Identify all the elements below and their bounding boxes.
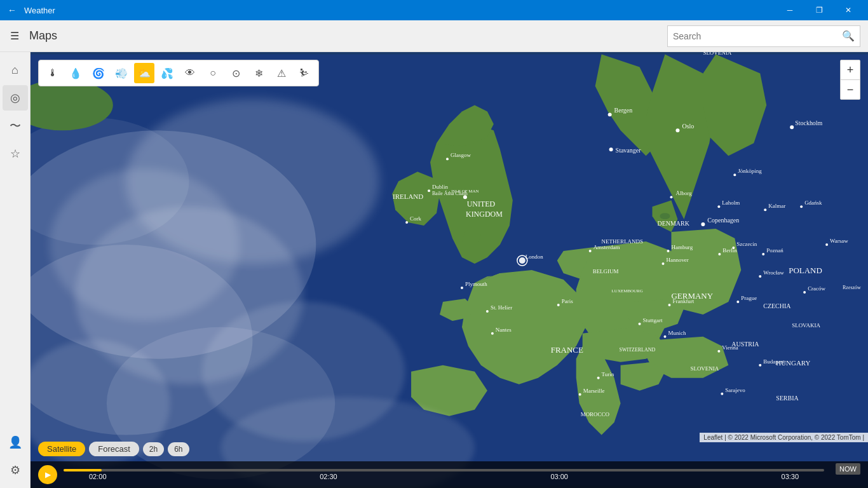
svg-point-31 (446, 158, 449, 160)
zoom-controls: + − (840, 60, 860, 100)
ski-tool[interactable]: ⛷ (294, 63, 315, 83)
map-container[interactable]: Bergen Oslo Stockholm Stavanger Jönköp (31, 52, 868, 488)
svg-text:Warsaw: Warsaw (830, 238, 848, 244)
uv-tool[interactable]: ⊙ (226, 63, 246, 83)
temperature-tool[interactable]: 🌡 (43, 63, 63, 83)
svg-text:KINGDOM: KINGDOM (466, 210, 503, 219)
sidebar-item-favorites[interactable]: ☆ (3, 141, 28, 166)
svg-point-49 (589, 250, 592, 252)
satellite-toggle[interactable]: Satellite (38, 442, 85, 456)
svg-text:Plymouth: Plymouth (465, 281, 487, 287)
svg-point-66 (557, 304, 560, 306)
svg-text:Turin: Turin (602, 371, 614, 377)
svg-point-85 (717, 350, 720, 353)
hamburger-menu[interactable]: ☰ (8, 27, 22, 44)
map-background: Bergen Oslo Stockholm Stavanger Jönköp (31, 52, 868, 488)
svg-text:Hamburg: Hamburg (671, 244, 693, 250)
timeline-bar: ▶ 02:00 02:30 03:00 03:30 NOW (31, 461, 868, 488)
minimize-button[interactable]: ─ (775, 0, 804, 20)
titlebar-left: ← Weather (5, 3, 55, 18)
svg-text:FRANCE: FRANCE (551, 345, 583, 355)
svg-text:Frankfurt: Frankfurt (672, 298, 694, 304)
svg-point-72 (639, 323, 641, 325)
page-title: Maps (29, 29, 660, 43)
svg-text:Stockholm: Stockholm (795, 119, 822, 126)
app-title: Weather (24, 6, 55, 15)
search-input[interactable] (673, 31, 842, 41)
precipitation-tool[interactable]: 💧 (65, 63, 86, 83)
svg-text:London: London (526, 254, 543, 260)
svg-point-101 (463, 195, 467, 199)
svg-text:SLOVAKIA: SLOVAKIA (792, 322, 820, 329)
svg-point-44 (461, 287, 463, 289)
wind-swirl-tool[interactable]: 🌀 (88, 63, 109, 83)
sidebar-item-home[interactable]: ⌂ (3, 57, 28, 83)
time-label-4: 03:30 (782, 473, 799, 480)
svg-point-23 (701, 222, 705, 226)
svg-point-15 (733, 173, 736, 176)
timeline-area: 02:00 02:30 03:00 03:30 (64, 469, 824, 480)
svg-text:Oslo: Oslo (682, 123, 694, 130)
search-box[interactable]: 🔍 (667, 25, 860, 47)
zoom-out-button[interactable]: − (841, 80, 860, 99)
svg-text:SERBIA: SERBIA (776, 395, 799, 402)
bottom-bar: Satellite Forecast 2h 6h ▶ 02:00 02:30 (31, 437, 868, 488)
svg-text:CZECHIA: CZECHIA (763, 302, 791, 309)
svg-text:Gdańsk: Gdańsk (804, 200, 822, 206)
timeline-track[interactable] (64, 469, 824, 471)
svg-point-106 (50, 168, 240, 321)
content-area: ⌂ ◎ 〜 ☆ 👤 ⚙ (0, 52, 868, 488)
search-icon[interactable]: 🔍 (842, 30, 855, 42)
svg-point-39 (405, 221, 408, 224)
svg-point-93 (597, 377, 600, 379)
svg-point-41 (519, 257, 526, 264)
svg-text:Rzeszów: Rzeszów (843, 285, 861, 290)
svg-text:Nantes: Nantes (496, 327, 512, 333)
sidebar-item-forecast[interactable]: 〜 (3, 113, 28, 139)
svg-point-68 (491, 332, 494, 335)
warning-tool[interactable]: ⚠ (271, 63, 292, 83)
svg-text:Kalmar: Kalmar (768, 203, 785, 209)
svg-text:LUXEMBOURG: LUXEMBOURG (612, 288, 643, 294)
time-6h-button[interactable]: 6h (168, 442, 189, 456)
svg-point-81 (663, 336, 666, 338)
play-button[interactable]: ▶ (38, 465, 57, 484)
zoom-in-button[interactable]: + (841, 60, 860, 79)
pressure-tool[interactable]: ○ (203, 63, 223, 83)
snow-tool[interactable]: ❄ (248, 63, 269, 83)
svg-text:Craców: Craców (808, 285, 825, 292)
svg-text:MOROCCO: MOROCCO (581, 411, 610, 417)
clouds-tool[interactable]: ⛅ (134, 63, 154, 83)
svg-text:Wrocław: Wrocław (763, 269, 784, 276)
svg-text:Stuttgart: Stuttgart (643, 317, 663, 323)
svg-point-17 (670, 196, 672, 198)
svg-point-61 (759, 275, 761, 278)
humidity-tool[interactable]: 💦 (157, 63, 177, 83)
svg-text:Prague: Prague (741, 295, 757, 301)
svg-point-78 (803, 291, 806, 294)
svg-text:Copenhagen: Copenhagen (707, 217, 739, 224)
svg-text:ISLE OF MAN: ISLE OF MAN (451, 189, 478, 194)
forecast-toggle[interactable]: Forecast (89, 442, 139, 456)
close-button[interactable]: ✕ (834, 0, 863, 20)
svg-text:Vienna: Vienna (722, 344, 738, 351)
svg-text:Hannover: Hannover (666, 257, 688, 263)
sidebar-item-user[interactable]: 👤 (3, 430, 28, 455)
back-button[interactable]: ← (5, 3, 19, 18)
svg-text:UNITED: UNITED (467, 200, 496, 208)
time-label-2: 02:30 (320, 473, 337, 480)
visibility-tool[interactable]: 👁 (180, 63, 200, 83)
map-svg: Bergen Oslo Stockholm Stavanger Jönköp (31, 52, 868, 488)
svg-point-59 (825, 243, 828, 246)
sidebar-item-settings[interactable]: ⚙ (3, 458, 28, 483)
sidebar-item-maps[interactable]: ◎ (3, 85, 28, 111)
wind-tool[interactable]: 💨 (111, 63, 132, 83)
svg-point-9 (675, 128, 679, 132)
title-bar: ← Weather ─ ❐ ✕ (0, 0, 868, 20)
svg-text:Paris: Paris (562, 298, 573, 304)
svg-point-19 (717, 205, 720, 208)
time-2h-button[interactable]: 2h (143, 442, 164, 456)
maximize-button[interactable]: ❐ (804, 0, 834, 20)
svg-point-7 (608, 112, 612, 116)
svg-point-55 (718, 253, 721, 255)
